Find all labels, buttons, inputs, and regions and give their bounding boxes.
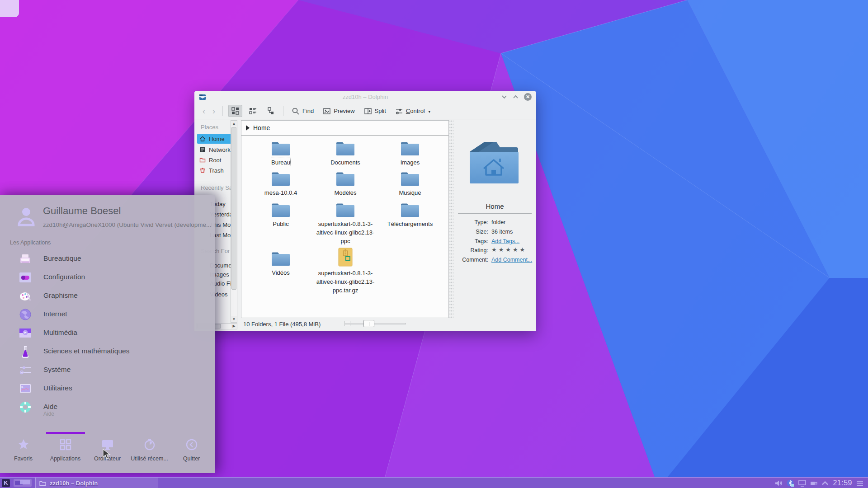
control-button[interactable]: Control ▾: [392, 105, 433, 117]
history-clock-icon: [143, 438, 156, 451]
places-item-home[interactable]: Home: [197, 134, 231, 144]
application-menu-button[interactable]: K: [2, 479, 10, 487]
preview-icon: [323, 107, 331, 115]
taskbar-dolphin-button[interactable]: zzd10h – Dolphin: [35, 478, 158, 488]
category-aide-sublabel: Aide: [43, 411, 54, 417]
preview-button[interactable]: Preview: [320, 105, 357, 117]
expand-tray-chevron-icon[interactable]: [821, 481, 829, 486]
panel-splitter-handle[interactable]: [449, 120, 453, 318]
info-title: Home: [453, 202, 536, 210]
mouse-cursor: [102, 449, 112, 460]
file-item-documents[interactable]: Documents: [314, 141, 377, 167]
scroll-up-arrow[interactable]: ▲: [231, 121, 237, 127]
control-label: Control: [406, 108, 425, 114]
information-panel: Home Type: folder Size: 36 items Tags: A…: [453, 119, 536, 318]
bluetooth-icon[interactable]: [787, 479, 794, 487]
maximize-button[interactable]: [513, 95, 519, 99]
file-item-musique[interactable]: Musique: [378, 171, 442, 197]
add-tags-link[interactable]: Add Tags...: [491, 238, 519, 244]
places-item-trash[interactable]: Trash: [197, 165, 231, 175]
zoom-slider-track[interactable]: [344, 323, 406, 324]
back-button[interactable]: ‹: [201, 108, 207, 115]
breadcrumb[interactable]: Home: [246, 124, 270, 131]
file-item-modeles[interactable]: Modèles: [314, 171, 377, 197]
file-item-supertuxkart-archive[interactable]: supertuxkart-0.8.1-3-altivec-linux-glibc…: [314, 247, 377, 295]
root-folder-icon: [199, 157, 206, 163]
toggle-switch-icon: [19, 271, 32, 284]
virtual-desktop-pager[interactable]: [14, 479, 32, 487]
tree-view-button[interactable]: [264, 105, 278, 117]
desktop-2[interactable]: [20, 480, 30, 484]
folder-icon: [400, 171, 420, 187]
main-toolbar: ‹ ›: [194, 103, 536, 119]
tab-utilise-recemment[interactable]: Utilisé récem...: [128, 434, 170, 470]
home-icon: [199, 136, 206, 142]
digital-clock[interactable]: 21:59: [833, 479, 852, 487]
folder-task-icon: [39, 480, 46, 486]
desktop: zzd10h – Dolphin ✕ ‹ ›: [0, 0, 868, 488]
volume-icon[interactable]: [775, 480, 783, 487]
minimize-button[interactable]: [501, 95, 507, 99]
file-item-mesa[interactable]: mesa-10.0.4: [249, 171, 312, 197]
find-button[interactable]: Find: [289, 105, 316, 117]
category-bureautique[interactable]: Bureautique: [0, 250, 215, 268]
user-avatar[interactable]: [15, 205, 37, 227]
network-icon: [199, 146, 206, 153]
folder-icon: [271, 171, 291, 187]
category-aide[interactable]: Aide Aide: [0, 398, 215, 417]
category-graphisme[interactable]: Graphisme: [0, 287, 215, 305]
scroll-down-arrow[interactable]: ▼: [231, 316, 237, 322]
star-icon: [17, 438, 30, 451]
desktop-toolbox-button[interactable]: [0, 0, 19, 17]
category-multimedia[interactable]: Multimédia: [0, 324, 215, 343]
split-button[interactable]: Split: [361, 105, 389, 117]
category-internet[interactable]: Internet: [0, 305, 215, 324]
split-icon: [364, 107, 372, 115]
file-item-telechargements[interactable]: Téléchargements: [378, 202, 442, 228]
info-row-comment: Comment: Add Comment...: [453, 257, 536, 263]
file-item-public[interactable]: Public: [249, 202, 312, 228]
places-item-root[interactable]: Root: [197, 155, 231, 165]
folder-icon: [271, 251, 291, 267]
zoom-slider-handle[interactable]: [363, 320, 374, 327]
globe-icon: [19, 308, 32, 321]
leave-icon: [185, 438, 198, 451]
places-item-network[interactable]: Network: [197, 145, 231, 155]
window-title: zzd10h – Dolphin: [194, 94, 536, 100]
file-item-bureau[interactable]: Bureau: [249, 141, 312, 167]
window-titlebar[interactable]: zzd10h – Dolphin ✕: [194, 91, 536, 103]
info-divider: [458, 213, 532, 214]
usb-device-icon[interactable]: [810, 480, 817, 486]
folder-icon: [271, 141, 291, 156]
category-systeme[interactable]: Système: [0, 361, 215, 380]
category-utilitaires[interactable]: Utilitaires: [0, 380, 215, 398]
system-tray: 21:59: [775, 478, 863, 488]
app-grid-icon: [59, 438, 72, 451]
category-configuration[interactable]: Configuration: [0, 268, 215, 287]
file-item-images[interactable]: Images: [378, 141, 442, 167]
folder-icon: [400, 202, 420, 218]
breadcrumb-home[interactable]: Home: [253, 124, 270, 131]
places-scrollbar[interactable]: ▲ ▼: [231, 120, 237, 323]
add-comment-link[interactable]: Add Comment...: [491, 257, 532, 263]
file-view[interactable]: Home Bureau Documents Imag: [241, 120, 449, 318]
folder-icon: [335, 171, 355, 187]
file-item-videos[interactable]: Vidéos: [249, 251, 312, 277]
zoom-slider[interactable]: [344, 320, 406, 327]
scroll-right-arrow[interactable]: ▶: [231, 324, 237, 329]
tab-applications[interactable]: Applications: [44, 434, 86, 470]
category-sciences[interactable]: Sciences et mathématiques: [0, 343, 215, 361]
close-button[interactable]: ✕: [524, 93, 532, 101]
archive-icon: [336, 247, 354, 267]
file-item-supertuxkart-folder[interactable]: supertuxkart-0.8.1-3-altivec-linux-glibc…: [314, 202, 377, 245]
display-icon[interactable]: [798, 480, 806, 487]
toolbar-separator: [283, 106, 283, 116]
icons-view-button[interactable]: [228, 105, 242, 117]
compact-view-button[interactable]: [246, 105, 260, 117]
places-scrollbar-thumb[interactable]: [231, 127, 236, 290]
tab-favoris[interactable]: Favoris: [2, 434, 44, 470]
forward-button[interactable]: ›: [211, 108, 217, 115]
panel-hamburger-icon[interactable]: [856, 480, 863, 486]
tab-quitter[interactable]: Quitter: [170, 434, 212, 470]
rating-stars[interactable]: ★★★★★: [491, 246, 527, 253]
